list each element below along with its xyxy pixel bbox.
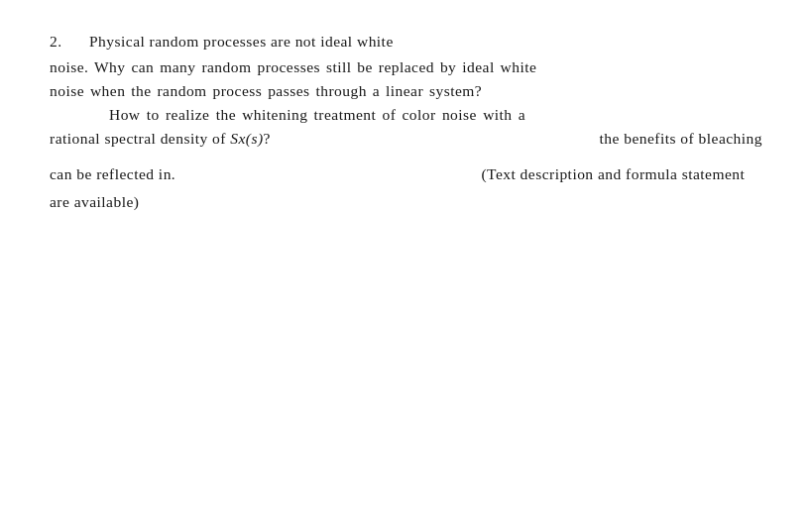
line2: noise. Why can many random processes sti… [50, 55, 762, 79]
line5-left-text: rational spectral density of Sx(s)? [50, 130, 271, 147]
line5-left: rational spectral density of Sx(s)? [50, 127, 271, 151]
line3: noise when the random process passes thr… [50, 79, 762, 103]
question-number: 2. [50, 30, 89, 53]
sx-notation: Sx(s) [230, 130, 263, 147]
line5-right-text: the benefits of bleaching [600, 130, 762, 147]
line2-text: noise. Why can many random processes sti… [50, 58, 536, 75]
line6-left: can be reflected in. [50, 162, 175, 186]
first-row: 2. Physical random processes are not ide… [50, 30, 762, 53]
content-area: 2. Physical random processes are not ide… [50, 30, 762, 214]
line6: can be reflected in. (Text description a… [50, 162, 762, 186]
line6-right: (Text description and formula statement [441, 162, 762, 186]
line1-content: Physical random processes are not ideal … [89, 33, 394, 50]
line4: How to realize the whitening treatment o… [50, 103, 762, 127]
line4-text: How to realize the whitening treatment o… [109, 106, 525, 123]
page: 2. Physical random processes are not ide… [0, 0, 812, 532]
line7: are available) [50, 190, 762, 214]
line5-right: the benefits of bleaching [600, 127, 762, 151]
line5: rational spectral density of Sx(s)? the … [50, 127, 762, 151]
line1-text: Physical random processes are not ideal … [89, 30, 762, 53]
line3-text: noise when the random process passes thr… [50, 82, 482, 99]
